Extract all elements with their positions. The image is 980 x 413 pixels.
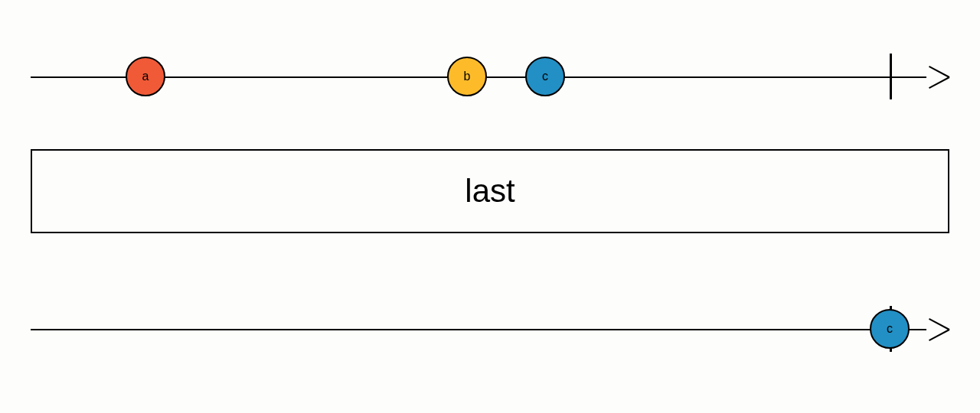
- output-marble-c: c: [870, 309, 910, 349]
- input-completion-tick: [890, 54, 892, 99]
- output-timeline: c: [31, 306, 949, 352]
- input-marble-b: b: [447, 57, 487, 96]
- input-marble-a: a: [126, 57, 165, 96]
- marble-label: b: [464, 70, 471, 83]
- input-timeline: a b c: [31, 54, 949, 99]
- marble-label: a: [142, 70, 149, 83]
- operator-label: last: [465, 173, 514, 210]
- operator-box: last: [31, 149, 949, 233]
- marble-label: c: [542, 70, 548, 83]
- marble-label: c: [887, 322, 893, 336]
- output-axis-line: [31, 329, 926, 330]
- input-marble-c: c: [525, 57, 565, 96]
